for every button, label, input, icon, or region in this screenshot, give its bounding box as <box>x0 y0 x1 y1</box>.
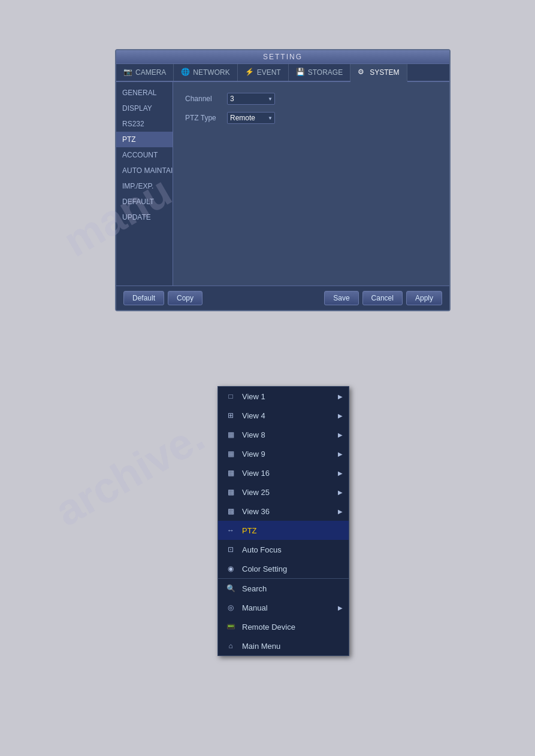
menu-item-view36-label: View 36 <box>242 507 270 516</box>
view16-icon: ▩ <box>225 467 236 478</box>
sidebar-item-update[interactable]: UPDATE <box>116 210 173 225</box>
view36-icon: ▩ <box>225 506 236 517</box>
channel-row: Channel 3 1 2 4 <box>185 93 437 105</box>
sidebar-item-default[interactable]: DEFAULT <box>116 194 173 210</box>
view4-icon: ⊞ <box>225 410 236 421</box>
ptz-type-select[interactable]: Remote Local <box>227 112 275 124</box>
view8-icon: ▦ <box>225 429 236 440</box>
copy-button[interactable]: Copy <box>168 291 202 305</box>
view36-arrow: ▶ <box>338 508 343 515</box>
manual-arrow: ▶ <box>338 605 343 611</box>
menu-item-view8-label: View 8 <box>242 430 265 439</box>
sidebar-item-ptz[interactable]: PTZ <box>116 132 173 147</box>
context-menu: □ View 1 ▶ ⊞ View 4 ▶ ▦ View 8 ▶ ▦ View … <box>217 386 349 656</box>
main-menu-icon: ⌂ <box>225 640 236 651</box>
storage-icon: 💾 <box>296 68 306 77</box>
watermark-2: archive. <box>47 411 213 535</box>
ptz-type-select-wrapper: Remote Local <box>227 112 275 124</box>
manual-icon: ◎ <box>225 602 236 613</box>
tab-camera-label: CAMERA <box>135 68 166 77</box>
button-bar: Default Copy Save Cancel Apply <box>116 286 449 310</box>
menu-item-main-menu-label: Main Menu <box>242 642 280 651</box>
sidebar: GENERAL DISPLAY RS232 PTZ ACCOUNT AUTO M… <box>116 82 173 286</box>
tab-network-label: NETWORK <box>193 68 229 77</box>
menu-item-view25-label: View 25 <box>242 488 270 497</box>
menu-item-view16[interactable]: ▩ View 16 ▶ <box>218 463 349 482</box>
menu-item-view4[interactable]: ⊞ View 4 ▶ <box>218 406 349 425</box>
channel-select-wrapper: 3 1 2 4 <box>227 93 275 105</box>
tab-event[interactable]: ⚡ EVENT <box>238 64 289 81</box>
setting-panel: SETTING 📷 CAMERA 🌐 NETWORK ⚡ EVENT 💾 STO… <box>115 49 451 311</box>
cancel-button[interactable]: Cancel <box>362 291 403 305</box>
menu-item-auto-focus[interactable]: ⊡ Auto Focus <box>218 540 349 559</box>
menu-item-ptz[interactable]: ↔ PTZ <box>218 521 349 540</box>
sidebar-item-account[interactable]: ACCOUNT <box>116 147 173 163</box>
tab-system-label: SYSTEM <box>370 68 399 77</box>
sidebar-item-display[interactable]: DISPLAY <box>116 101 173 116</box>
system-icon: ⚙ <box>358 68 367 77</box>
apply-button[interactable]: Apply <box>406 291 442 305</box>
sidebar-item-general[interactable]: GENERAL <box>116 85 173 101</box>
menu-item-color-setting[interactable]: ◉ Color Setting <box>218 559 349 578</box>
ptz-type-label: PTZ Type <box>185 114 221 122</box>
menu-item-view9-label: View 9 <box>242 450 265 459</box>
menu-item-view1-label: View 1 <box>242 392 265 401</box>
menu-item-remote-device[interactable]: 📟 Remote Device <box>218 617 349 636</box>
setting-body: GENERAL DISPLAY RS232 PTZ ACCOUNT AUTO M… <box>116 82 449 286</box>
channel-label: Channel <box>185 95 221 103</box>
tab-camera[interactable]: 📷 CAMERA <box>116 64 174 81</box>
color-setting-icon: ◉ <box>225 563 236 574</box>
search-icon: 🔍 <box>225 583 236 594</box>
menu-item-search[interactable]: 🔍 Search <box>218 578 349 598</box>
menu-item-manual-label: Manual <box>242 603 268 612</box>
remote-device-icon: 📟 <box>225 621 236 632</box>
network-icon: 🌐 <box>181 68 191 77</box>
view25-arrow: ▶ <box>338 489 343 496</box>
menu-item-main-menu[interactable]: ⌂ Main Menu <box>218 636 349 655</box>
save-button[interactable]: Save <box>324 291 358 305</box>
tab-storage-label: STORAGE <box>308 68 343 77</box>
menu-item-view25[interactable]: ▩ View 25 ▶ <box>218 482 349 502</box>
default-button[interactable]: Default <box>123 291 164 305</box>
setting-title: SETTING <box>116 50 449 64</box>
menu-item-view9[interactable]: ▦ View 9 ▶ <box>218 444 349 463</box>
tab-network[interactable]: 🌐 NETWORK <box>174 64 237 81</box>
view1-arrow: ▶ <box>338 393 343 400</box>
view9-arrow: ▶ <box>338 451 343 457</box>
menu-item-auto-focus-label: Auto Focus <box>242 545 282 554</box>
menu-item-view8[interactable]: ▦ View 8 ▶ <box>218 425 349 444</box>
view16-arrow: ▶ <box>338 470 343 476</box>
menu-item-view1[interactable]: □ View 1 ▶ <box>218 387 349 406</box>
ptz-icon: ↔ <box>225 525 236 536</box>
view4-arrow: ▶ <box>338 412 343 419</box>
menu-item-remote-device-label: Remote Device <box>242 623 295 631</box>
menu-item-view16-label: View 16 <box>242 469 270 478</box>
menu-item-search-label: Search <box>242 584 267 593</box>
auto-focus-icon: ⊡ <box>225 544 236 555</box>
sidebar-item-rs232[interactable]: RS232 <box>116 116 173 132</box>
tab-bar: 📷 CAMERA 🌐 NETWORK ⚡ EVENT 💾 STORAGE ⚙ S… <box>116 64 449 82</box>
channel-select[interactable]: 3 1 2 4 <box>227 93 275 105</box>
menu-item-view36[interactable]: ▩ View 36 ▶ <box>218 502 349 521</box>
view9-icon: ▦ <box>225 448 236 459</box>
sidebar-item-imp-exp[interactable]: IMP./EXP. <box>116 178 173 194</box>
menu-item-ptz-label: PTZ <box>242 526 257 535</box>
menu-item-color-setting-label: Color Setting <box>242 564 287 573</box>
tab-storage[interactable]: 💾 STORAGE <box>289 64 350 81</box>
menu-item-manual[interactable]: ◎ Manual ▶ <box>218 598 349 617</box>
event-icon: ⚡ <box>245 68 255 77</box>
tab-system[interactable]: ⚙ SYSTEM <box>350 64 407 82</box>
title-text: SETTING <box>263 53 303 61</box>
view1-icon: □ <box>225 391 236 402</box>
menu-item-view4-label: View 4 <box>242 411 265 420</box>
view8-arrow: ▶ <box>338 432 343 438</box>
tab-event-label: EVENT <box>257 68 281 77</box>
camera-icon: 📷 <box>123 68 133 77</box>
sidebar-item-auto-maintain[interactable]: AUTO MAINTAIN <box>116 163 173 178</box>
view25-icon: ▩ <box>225 487 236 497</box>
content-area: Channel 3 1 2 4 PTZ Type Remote Local <box>173 82 449 286</box>
ptz-type-row: PTZ Type Remote Local <box>185 112 437 124</box>
